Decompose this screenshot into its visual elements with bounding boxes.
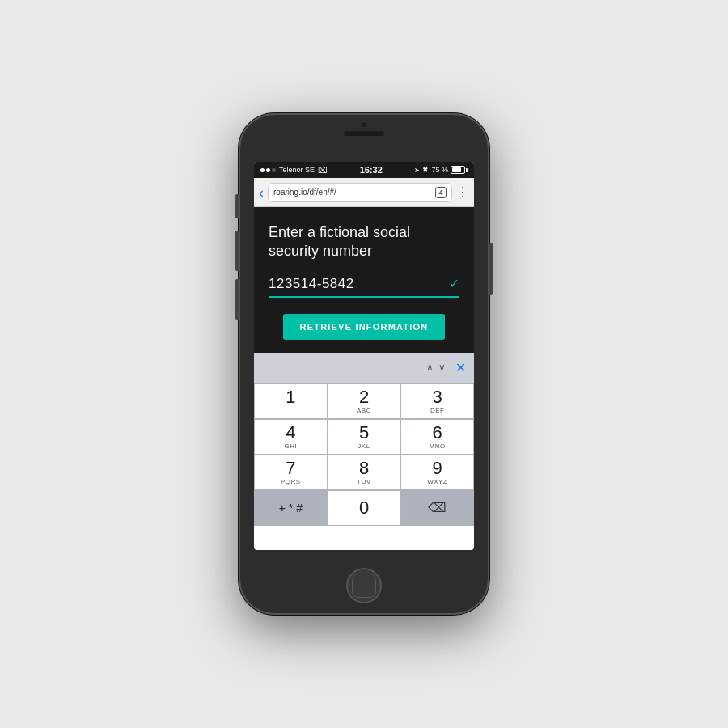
checkmark-icon: ✓ xyxy=(449,276,459,291)
url-bar[interactable]: roaring.io/df/en/#/ 4 xyxy=(268,183,452,202)
ear-speaker xyxy=(344,131,384,136)
home-button[interactable] xyxy=(346,568,382,603)
key-6[interactable]: 6 MNO xyxy=(400,419,474,455)
ssn-input-area[interactable]: 123514-5842 ✓ xyxy=(269,276,459,298)
battery-icon xyxy=(451,166,468,174)
key-3[interactable]: 3 DEF xyxy=(400,383,474,419)
key-4[interactable]: 4 GHI xyxy=(254,419,328,455)
retrieve-information-button[interactable]: RETRIEVE INFORMATION xyxy=(283,314,445,340)
keyboard-toolbar: ∧ ∨ ✕ xyxy=(254,353,474,383)
key-8[interactable]: 8 TUV xyxy=(328,455,401,490)
signal-dot-1 xyxy=(260,168,265,172)
keyboard-up-arrow[interactable]: ∧ xyxy=(426,362,434,373)
key-backspace[interactable]: ⌫ xyxy=(400,490,474,526)
back-button[interactable]: ‹ xyxy=(259,185,264,200)
key-2[interactable]: 2 ABC xyxy=(328,383,401,419)
keyboard-row-2: 4 GHI 5 JKL 6 MNO xyxy=(254,419,474,455)
ssn-value: 123514-5842 xyxy=(269,276,442,292)
key-1[interactable]: 1 xyxy=(254,383,328,419)
app-title: Enter a fictional social security number xyxy=(269,223,459,261)
keyboard-row-1: 1 2 ABC 3 DEF xyxy=(254,383,474,419)
phone-screen: Telenor SE ⌧ 16:32 ➤ ✖ 75 % ‹ roaring.io xyxy=(254,162,474,550)
keyboard-down-arrow[interactable]: ∨ xyxy=(438,362,446,373)
home-button-inner xyxy=(352,574,376,598)
carrier-label: Telenor SE xyxy=(279,166,315,174)
keyboard-nav-arrows: ∧ ∨ xyxy=(426,362,446,373)
status-time: 16:32 xyxy=(360,165,383,175)
status-bar: Telenor SE ⌧ 16:32 ➤ ✖ 75 % xyxy=(254,162,474,178)
location-icon: ➤ xyxy=(414,167,420,174)
tab-count[interactable]: 4 xyxy=(435,187,447,198)
bluetooth-icon: ✖ xyxy=(422,166,429,174)
key-0[interactable]: 0 xyxy=(328,490,401,526)
url-text: roaring.io/df/en/#/ xyxy=(273,188,336,197)
key-7[interactable]: 7 PQRS xyxy=(254,455,328,490)
browser-menu-button[interactable]: ⋮ xyxy=(456,186,469,199)
key-9[interactable]: 9 WXYZ xyxy=(400,455,474,490)
keyboard: ∧ ∨ ✕ 1 2 ABC 3 xyxy=(254,353,474,526)
front-camera xyxy=(361,121,367,128)
wifi-icon: ⌧ xyxy=(318,166,328,175)
keyboard-close-button[interactable]: ✕ xyxy=(455,360,466,375)
app-content: Enter a fictional social security number… xyxy=(254,207,474,353)
volume-up-button[interactable] xyxy=(235,231,239,271)
status-left: Telenor SE ⌧ xyxy=(260,166,328,175)
key-symbols[interactable]: + * # xyxy=(254,490,328,526)
key-5[interactable]: 5 JKL xyxy=(328,419,401,455)
signal-dot-3 xyxy=(272,168,276,172)
keyboard-grid: 1 2 ABC 3 DEF 4 GHI xyxy=(254,383,474,526)
volume-down-button[interactable] xyxy=(235,279,239,320)
status-right: ➤ ✖ 75 % xyxy=(414,166,468,174)
keyboard-row-3: 7 PQRS 8 TUV 9 WXYZ xyxy=(254,455,474,490)
keyboard-row-4: + * # 0 ⌫ xyxy=(254,490,474,526)
phone-device: Telenor SE ⌧ 16:32 ➤ ✖ 75 % ‹ roaring.io xyxy=(239,113,489,615)
signal-dot-2 xyxy=(266,168,270,172)
power-button[interactable] xyxy=(489,243,493,295)
top-bezel xyxy=(344,121,384,136)
battery-percent: 75 % xyxy=(431,166,448,174)
browser-bar: ‹ roaring.io/df/en/#/ 4 ⋮ xyxy=(254,178,474,207)
